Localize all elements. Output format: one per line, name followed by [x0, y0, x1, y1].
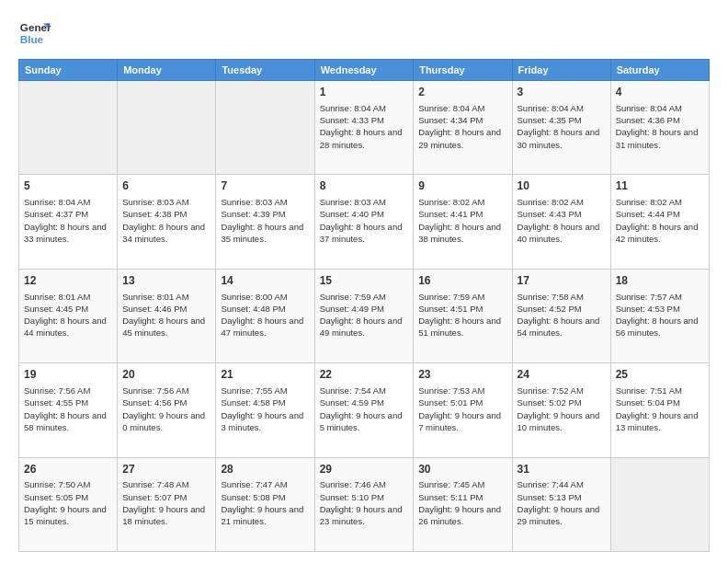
- weekday-header-friday: Friday: [512, 60, 610, 81]
- day-number: 8: [320, 178, 409, 194]
- calendar-cell: 12Sunrise: 8:01 AM Sunset: 4:45 PM Dayli…: [19, 269, 118, 362]
- cell-content: Sunrise: 8:03 AM Sunset: 4:38 PM Dayligh…: [122, 196, 210, 245]
- calendar-cell: 16Sunrise: 7:59 AM Sunset: 4:51 PM Dayli…: [414, 269, 512, 362]
- cell-content: Sunrise: 8:04 AM Sunset: 4:37 PM Dayligh…: [24, 196, 112, 245]
- cell-content: Sunrise: 8:03 AM Sunset: 4:39 PM Dayligh…: [221, 196, 309, 245]
- calendar-cell: 21Sunrise: 7:55 AM Sunset: 4:58 PM Dayli…: [216, 363, 314, 457]
- cell-content: Sunrise: 8:02 AM Sunset: 4:43 PM Dayligh…: [518, 196, 606, 245]
- cell-content: Sunrise: 7:50 AM Sunset: 5:05 PM Dayligh…: [24, 478, 112, 527]
- day-number: 18: [616, 273, 704, 289]
- calendar-cell: [118, 81, 216, 175]
- calendar-cell: 25Sunrise: 7:51 AM Sunset: 5:04 PM Dayli…: [610, 363, 709, 457]
- calendar-header-row: SundayMondayTuesdayWednesdayThursdayFrid…: [19, 60, 710, 81]
- cell-content: Sunrise: 7:53 AM Sunset: 5:01 PM Dayligh…: [418, 385, 506, 433]
- cell-content: Sunrise: 7:45 AM Sunset: 5:11 PM Dayligh…: [418, 478, 506, 527]
- cell-content: Sunrise: 8:01 AM Sunset: 4:46 PM Dayligh…: [122, 291, 210, 339]
- calendar-cell: 11Sunrise: 8:02 AM Sunset: 4:44 PM Dayli…: [610, 175, 709, 269]
- day-number: 5: [24, 178, 112, 194]
- calendar-cell: 10Sunrise: 8:02 AM Sunset: 4:43 PM Dayli…: [512, 175, 610, 269]
- calendar-cell: 9Sunrise: 8:02 AM Sunset: 4:41 PM Daylig…: [414, 175, 512, 269]
- calendar-cell: 27Sunrise: 7:48 AM Sunset: 5:07 PM Dayli…: [118, 457, 216, 551]
- day-number: 14: [221, 273, 309, 289]
- calendar-cell: 31Sunrise: 7:44 AM Sunset: 5:13 PM Dayli…: [512, 457, 610, 551]
- weekday-header-monday: Monday: [118, 60, 216, 81]
- calendar-cell: 23Sunrise: 7:53 AM Sunset: 5:01 PM Dayli…: [414, 363, 512, 457]
- cell-content: Sunrise: 7:48 AM Sunset: 5:07 PM Dayligh…: [122, 478, 210, 527]
- calendar-cell: 26Sunrise: 7:50 AM Sunset: 5:05 PM Dayli…: [19, 457, 118, 551]
- weekday-header-wednesday: Wednesday: [314, 60, 414, 81]
- cell-content: Sunrise: 8:04 AM Sunset: 4:36 PM Dayligh…: [616, 102, 704, 151]
- cell-content: Sunrise: 7:56 AM Sunset: 4:55 PM Dayligh…: [24, 385, 112, 433]
- weekday-header-sunday: Sunday: [19, 60, 118, 81]
- calendar-cell: [610, 457, 709, 551]
- day-number: 11: [616, 178, 704, 194]
- calendar-cell: 1Sunrise: 8:04 AM Sunset: 4:33 PM Daylig…: [314, 81, 414, 175]
- cell-content: Sunrise: 7:47 AM Sunset: 5:08 PM Dayligh…: [221, 478, 309, 527]
- calendar-week-3: 12Sunrise: 8:01 AM Sunset: 4:45 PM Dayli…: [19, 269, 710, 362]
- cell-content: Sunrise: 8:00 AM Sunset: 4:48 PM Dayligh…: [221, 291, 309, 339]
- day-number: 19: [24, 367, 112, 383]
- logo-icon: General Blue: [18, 17, 51, 50]
- day-number: 6: [122, 178, 210, 194]
- cell-content: Sunrise: 8:01 AM Sunset: 4:45 PM Dayligh…: [24, 291, 112, 339]
- svg-text:Blue: Blue: [20, 33, 44, 45]
- calendar-cell: 29Sunrise: 7:46 AM Sunset: 5:10 PM Dayli…: [314, 457, 414, 551]
- day-number: 30: [418, 462, 506, 477]
- day-number: 15: [320, 273, 409, 289]
- calendar-cell: 14Sunrise: 8:00 AM Sunset: 4:48 PM Dayli…: [216, 269, 314, 362]
- calendar-cell: 30Sunrise: 7:45 AM Sunset: 5:11 PM Dayli…: [414, 457, 512, 551]
- calendar-cell: 28Sunrise: 7:47 AM Sunset: 5:08 PM Dayli…: [216, 457, 314, 551]
- day-number: 9: [418, 178, 506, 194]
- cell-content: Sunrise: 7:57 AM Sunset: 4:53 PM Dayligh…: [616, 291, 704, 339]
- calendar-cell: 18Sunrise: 7:57 AM Sunset: 4:53 PM Dayli…: [610, 269, 709, 362]
- day-number: 1: [320, 85, 409, 100]
- calendar-cell: 6Sunrise: 8:03 AM Sunset: 4:38 PM Daylig…: [118, 175, 216, 269]
- cell-content: Sunrise: 7:44 AM Sunset: 5:13 PM Dayligh…: [518, 478, 606, 527]
- cell-content: Sunrise: 7:46 AM Sunset: 5:10 PM Dayligh…: [320, 478, 409, 527]
- day-number: 28: [221, 462, 309, 477]
- day-number: 17: [518, 273, 606, 289]
- day-number: 31: [518, 462, 606, 477]
- weekday-header-thursday: Thursday: [414, 60, 512, 81]
- day-number: 16: [418, 273, 506, 289]
- day-number: 20: [122, 367, 210, 383]
- calendar-cell: 17Sunrise: 7:58 AM Sunset: 4:52 PM Dayli…: [512, 269, 610, 362]
- cell-content: Sunrise: 8:02 AM Sunset: 4:41 PM Dayligh…: [418, 196, 506, 245]
- calendar-cell: [216, 81, 314, 175]
- cell-content: Sunrise: 7:56 AM Sunset: 4:56 PM Dayligh…: [122, 385, 210, 433]
- calendar-week-1: 1Sunrise: 8:04 AM Sunset: 4:33 PM Daylig…: [19, 81, 710, 175]
- calendar-cell: [19, 81, 118, 175]
- calendar-cell: 20Sunrise: 7:56 AM Sunset: 4:56 PM Dayli…: [118, 363, 216, 457]
- calendar-cell: 2Sunrise: 8:04 AM Sunset: 4:34 PM Daylig…: [414, 81, 512, 175]
- day-number: 25: [616, 367, 704, 383]
- cell-content: Sunrise: 7:51 AM Sunset: 5:04 PM Dayligh…: [616, 385, 704, 433]
- calendar-cell: 7Sunrise: 8:03 AM Sunset: 4:39 PM Daylig…: [216, 175, 314, 269]
- day-number: 13: [122, 273, 210, 289]
- cell-content: Sunrise: 7:54 AM Sunset: 4:59 PM Dayligh…: [320, 385, 409, 433]
- calendar-cell: 5Sunrise: 8:04 AM Sunset: 4:37 PM Daylig…: [19, 175, 118, 269]
- day-number: 27: [122, 462, 210, 477]
- calendar-week-2: 5Sunrise: 8:04 AM Sunset: 4:37 PM Daylig…: [19, 175, 710, 269]
- cell-content: Sunrise: 8:04 AM Sunset: 4:35 PM Dayligh…: [518, 102, 606, 151]
- cell-content: Sunrise: 8:03 AM Sunset: 4:40 PM Dayligh…: [320, 196, 409, 245]
- cell-content: Sunrise: 8:02 AM Sunset: 4:44 PM Dayligh…: [616, 196, 704, 245]
- calendar-cell: 24Sunrise: 7:52 AM Sunset: 5:02 PM Dayli…: [512, 363, 610, 457]
- calendar-cell: 22Sunrise: 7:54 AM Sunset: 4:59 PM Dayli…: [314, 363, 414, 457]
- cell-content: Sunrise: 7:55 AM Sunset: 4:58 PM Dayligh…: [221, 385, 309, 433]
- weekday-header-tuesday: Tuesday: [216, 60, 314, 81]
- day-number: 24: [518, 367, 606, 383]
- calendar-cell: 13Sunrise: 8:01 AM Sunset: 4:46 PM Dayli…: [118, 269, 216, 362]
- calendar-table: SundayMondayTuesdayWednesdayThursdayFrid…: [18, 59, 710, 552]
- day-number: 21: [221, 367, 309, 383]
- cell-content: Sunrise: 7:52 AM Sunset: 5:02 PM Dayligh…: [518, 385, 606, 433]
- cell-content: Sunrise: 7:59 AM Sunset: 4:51 PM Dayligh…: [418, 291, 506, 339]
- logo: General Blue: [18, 17, 51, 50]
- cell-content: Sunrise: 8:04 AM Sunset: 4:33 PM Dayligh…: [320, 102, 409, 151]
- calendar-cell: 3Sunrise: 8:04 AM Sunset: 4:35 PM Daylig…: [512, 81, 610, 175]
- calendar-cell: 15Sunrise: 7:59 AM Sunset: 4:49 PM Dayli…: [314, 269, 414, 362]
- page: General Blue SundayMondayTuesdayWednesda…: [0, 0, 728, 563]
- day-number: 2: [418, 85, 506, 100]
- calendar-cell: 4Sunrise: 8:04 AM Sunset: 4:36 PM Daylig…: [610, 81, 709, 175]
- day-number: 3: [518, 85, 606, 100]
- day-number: 22: [320, 367, 409, 383]
